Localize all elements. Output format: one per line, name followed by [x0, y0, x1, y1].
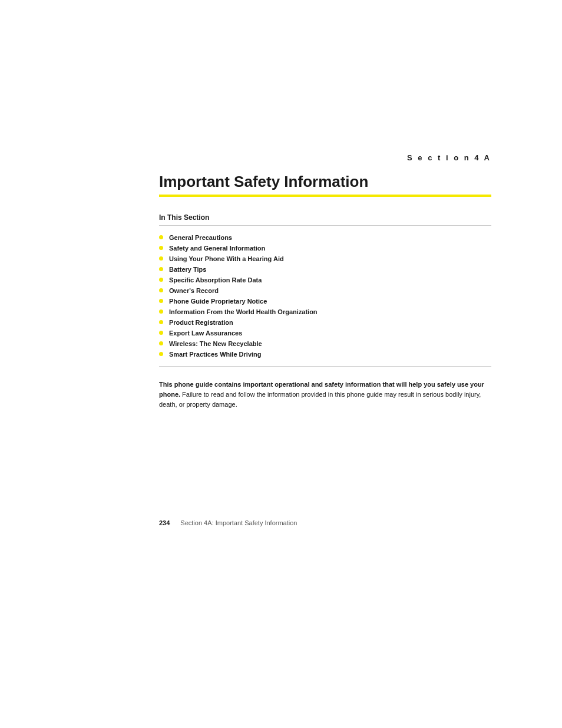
bullet-icon: [159, 256, 163, 261]
list-item-label: Phone Guide Proprietary Notice: [169, 298, 267, 305]
toc-bottom-divider: [159, 366, 491, 367]
page: S e c t i o n 4 A Important Safety Infor…: [0, 0, 562, 728]
bullet-icon: [159, 267, 163, 271]
bullet-icon: [159, 288, 163, 292]
list-item-label: Battery Tips: [169, 266, 206, 273]
list-item: Owner's Record: [159, 287, 491, 294]
bullet-icon: [159, 235, 163, 239]
description-paragraph: This phone guide contains important oper…: [159, 380, 491, 410]
bullet-icon: [159, 341, 163, 345]
description-normal: Failure to read and follow the informati…: [159, 391, 481, 408]
list-item: Export Law Assurances: [159, 330, 491, 337]
toc-list: General Precautions Safety and General I…: [159, 234, 491, 358]
yellow-bar-divider: [159, 195, 491, 197]
list-item: Product Registration: [159, 319, 491, 326]
bullet-icon: [159, 309, 163, 314]
bullet-icon: [159, 320, 163, 324]
section-label: S e c t i o n 4 A: [159, 153, 491, 162]
toc-top-divider: [159, 225, 491, 226]
footer: 234 Section 4A: Important Safety Informa…: [159, 519, 491, 526]
bullet-icon: [159, 352, 163, 356]
list-item-label: Using Your Phone With a Hearing Aid: [169, 255, 284, 262]
list-item-label: Owner's Record: [169, 287, 219, 294]
list-item: Smart Practices While Driving: [159, 351, 491, 358]
list-item: Safety and General Information: [159, 245, 491, 252]
content-area: S e c t i o n 4 A Important Safety Infor…: [159, 0, 491, 410]
bullet-icon: [159, 331, 163, 335]
list-item-label: Wireless: The New Recyclable: [169, 340, 262, 347]
footer-section-label: Section 4A: Important Safety Information: [180, 519, 297, 526]
list-item: Phone Guide Proprietary Notice: [159, 298, 491, 305]
page-number: 234: [159, 519, 170, 526]
toc-header: In This Section: [159, 213, 491, 222]
section-title: Important Safety Information: [159, 173, 491, 191]
bullet-icon: [159, 299, 163, 303]
list-item: Information From the World Health Organi…: [159, 308, 491, 315]
list-item-label: Specific Absorption Rate Data: [169, 276, 262, 284]
bullet-icon: [159, 278, 163, 282]
list-item-label: Safety and General Information: [169, 245, 265, 252]
list-item: Wireless: The New Recyclable: [159, 340, 491, 347]
list-item-label: Product Registration: [169, 319, 233, 326]
list-item-label: Information From the World Health Organi…: [169, 308, 318, 315]
bullet-icon: [159, 246, 163, 250]
list-item: General Precautions: [159, 234, 491, 241]
list-item-label: General Precautions: [169, 234, 232, 241]
list-item: Specific Absorption Rate Data: [159, 276, 491, 284]
list-item: Using Your Phone With a Hearing Aid: [159, 255, 491, 262]
list-item: Battery Tips: [159, 266, 491, 273]
list-item-label: Export Law Assurances: [169, 330, 242, 337]
list-item-label: Smart Practices While Driving: [169, 351, 262, 358]
